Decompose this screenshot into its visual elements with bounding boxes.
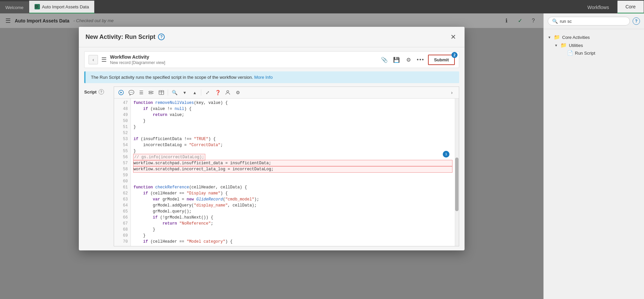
modal-close-button[interactable]: ✕ (448, 32, 458, 42)
code-line-67: return "NoReference"; (133, 221, 452, 227)
toolbar-field-btn[interactable] (147, 88, 156, 97)
modal-help-icon[interactable]: ? (158, 34, 165, 40)
toolbar-help-btn[interactable]: ❓ (213, 88, 222, 97)
modal-body: ‹ ☰ Workflow Activity New record [Diagra… (79, 47, 465, 250)
code-line-47: function removeNullValues(key, value) { (133, 100, 452, 106)
modal-header: New Activity: Run Script ? ✕ (79, 27, 465, 47)
wa-title: Workflow Activity (110, 54, 165, 60)
svg-point-9 (227, 91, 229, 93)
wa-back-button[interactable]: ‹ (89, 55, 98, 64)
toolbar-search-btn[interactable]: 🔍 (170, 88, 179, 97)
line-numbers: 47 48 49 50 51 52 53 54 55 56 (114, 99, 131, 246)
search-input[interactable] (560, 19, 626, 24)
code-line-49: return value; (133, 112, 452, 118)
welcome-tab-label: Welcome (5, 5, 23, 10)
modal-overlay: New Activity: Run Script ? ✕ ‹ ☰ Workflo… (0, 13, 543, 299)
modal-dialog: New Activity: Run Script ? ✕ ‹ ☰ Workflo… (79, 27, 465, 250)
code-line-52 (133, 130, 452, 136)
toolbar-list-btn[interactable]: ☰ (137, 88, 146, 97)
tab-active[interactable]: ⚙ Auto Import Assets Data (29, 1, 95, 13)
svg-marker-1 (120, 92, 122, 94)
search-icon: 🔍 (552, 18, 558, 24)
submit-button[interactable]: Submit 2 (428, 55, 455, 65)
wa-sliders-btn[interactable]: ⚙ (404, 55, 413, 64)
tree-item-core-activities[interactable]: ▼ 📁 Core Activities (548, 33, 640, 41)
toolbar-down-btn[interactable]: ▾ (180, 88, 189, 97)
code-lines[interactable]: function removeNullValues(key, value) { … (131, 99, 455, 246)
tab-welcome[interactable]: Welcome (0, 1, 29, 13)
wa-subtitle: New record [Diagrammer view] (110, 60, 165, 65)
code-line-54: incorrectDataLog = "CorrectData"; (133, 142, 452, 148)
code-content[interactable]: 47 48 49 50 51 52 53 54 55 56 (114, 99, 459, 246)
right-sidebar: 🔍 ? ▼ 📁 Core Activities ▼ 📁 Utilities ▶ (543, 13, 644, 299)
search-input-wrapper: 🔍 (548, 17, 630, 25)
right-top-tabs: Workflows Core (579, 0, 644, 13)
code-line-62: if (cellHeader == "Display name") { (133, 190, 452, 196)
tree-item-run-script[interactable]: ▶ 📄 Run Script (548, 49, 640, 57)
code-line-63: var grModel = new GlideRecord("cmdb_mode… (133, 196, 452, 202)
tab-active-icon: ⚙ (35, 4, 40, 9)
submit-badge: 2 (451, 52, 458, 58)
top-tabbar: Welcome ⚙ Auto Import Assets Data Workfl… (0, 0, 644, 13)
code-line-50: } (133, 118, 452, 124)
code-line-60 (133, 178, 452, 184)
svg-rect-4 (149, 93, 152, 94)
folder-icon-core: 📁 (554, 34, 560, 40)
more-info-link[interactable]: More Info (254, 75, 273, 80)
sidebar-help-btn[interactable]: ? (633, 17, 640, 25)
toolbar-comment-btn[interactable]: 💬 (127, 88, 136, 97)
code-editor-wrapper: 💬 ☰ 🔍 ▾ ▴ (114, 86, 459, 246)
code-line-66: if (!grModel.hasNext()) { (133, 215, 452, 221)
code-line-55: } (133, 148, 452, 154)
info-banner: The Run Script activity runs the specifi… (84, 71, 459, 83)
sidebar-tree: ▼ 📁 Core Activities ▼ 📁 Utilities ▶ 📄 Ru… (544, 29, 644, 299)
tree-arrow-utilities: ▼ (554, 44, 558, 47)
sidebar-search-area: 🔍 ? (544, 13, 644, 29)
tab-active-label: Auto Import Assets Data (42, 4, 89, 9)
info-banner-text: The Run Script activity runs the specifi… (91, 75, 253, 80)
editor-area: ☰ Auto Import Assets Data - Checked out … (0, 13, 543, 299)
code-line-61: function checkReference(cellHeader, cell… (133, 184, 452, 190)
tree-item-utilities[interactable]: ▼ 📁 Utilities (548, 41, 640, 49)
wa-more-btn[interactable]: ••• (416, 55, 425, 64)
toolbar-person-btn[interactable] (223, 88, 232, 97)
tab-workflows[interactable]: Workflows (579, 1, 617, 13)
code-line-64: grModel.addQuery("display_name", cellDat… (133, 202, 452, 208)
tab-workflows-label: Workflows (587, 5, 609, 10)
annotation-badge-1: 1 (443, 151, 449, 158)
script-icon-run: 📄 (567, 50, 573, 56)
toolbar-up-btn[interactable]: ▴ (190, 88, 199, 97)
toolbar-settings-btn[interactable]: ⚙ (233, 88, 242, 97)
script-label: Script (84, 89, 97, 95)
code-scrollbar[interactable] (455, 99, 459, 246)
code-line-65: grModel.query(); (133, 208, 452, 215)
code-line-53: if (insufficientData !== "TRUE") { (133, 136, 452, 142)
tree-label-utilities: Utilities (569, 43, 583, 48)
code-expand-right[interactable]: › (447, 88, 456, 97)
code-line-51: } (133, 124, 452, 130)
script-section: Script ? 💬 ☰ (84, 86, 459, 246)
workflow-activity-bar: ‹ ☰ Workflow Activity New record [Diagra… (84, 51, 459, 68)
wa-attach-btn[interactable]: 📎 (380, 55, 389, 64)
code-line-69: } (133, 233, 452, 239)
toolbar-expand-btn[interactable]: ⤢ (203, 88, 212, 97)
tree-label-run-script: Run Script (575, 51, 595, 56)
toolbar-run-btn[interactable] (117, 88, 125, 97)
modal-title: New Activity: Run Script (86, 34, 155, 41)
toolbar-sep2 (201, 89, 201, 96)
tab-core[interactable]: Core (618, 1, 644, 13)
script-help-icon[interactable]: ? (99, 89, 104, 95)
code-line-70: if (cellHeader == "Model category") { (133, 239, 452, 245)
wa-hamburger-icon[interactable]: ☰ (101, 56, 107, 63)
code-toolbar: 💬 ☰ 🔍 ▾ ▴ (114, 87, 459, 99)
code-line-68: } (133, 227, 452, 233)
wa-save-btn[interactable]: 💾 (392, 55, 401, 64)
wa-actions: 📎 💾 ⚙ ••• Submit 2 (380, 55, 455, 65)
toolbar-table-btn[interactable] (157, 88, 166, 97)
toolbar-sep1 (168, 89, 168, 96)
code-line-48: if (value != null) { (133, 106, 452, 112)
svg-rect-2 (149, 91, 152, 92)
code-line-56: // gs.info(incorrectDataLog); 1 (133, 154, 452, 160)
scrollbar-thumb (455, 158, 459, 211)
code-line-59 (133, 172, 452, 178)
